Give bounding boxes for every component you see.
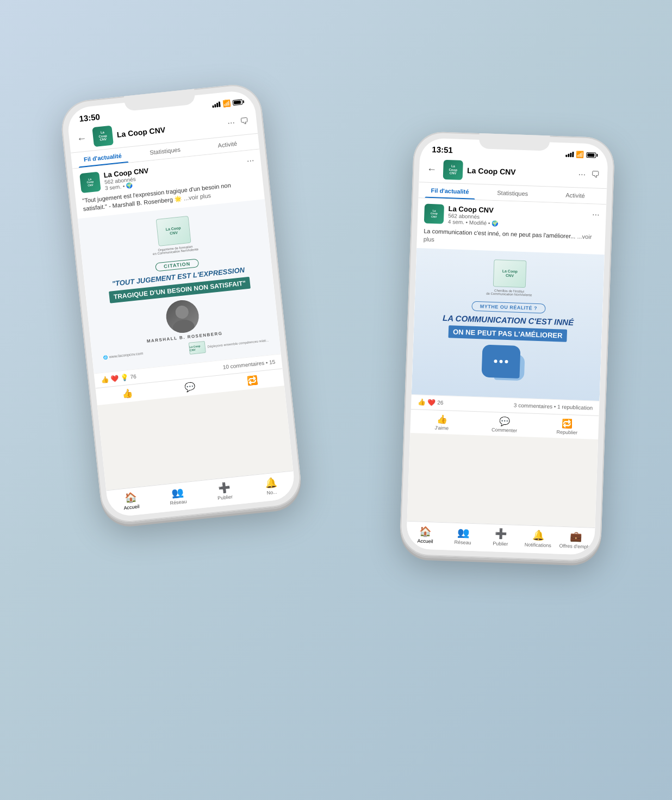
tab-activite-right[interactable]: Activité [544,187,607,204]
citation-logo-small: La Coop CNV [189,340,206,354]
status-time-left: 13:50 [79,111,101,123]
post-image-mythe: La CoopCNV Chenilles de l'Institutde Com… [412,247,605,400]
wifi-icon-left: 📶 [222,99,231,107]
mythe-title: LA COMMUNICATION C'EST INNÉ [443,313,574,327]
dot-1 [494,359,497,362]
svg-point-1 [172,318,195,334]
page-logo-text-left: LaCoopCNV [98,130,108,141]
feed-right: LaCoopCNV La Coop CNV 562 abonnés 4 sem.… [407,198,607,528]
reaction-emoji-3: 💡 [120,373,129,381]
dot-3 [505,359,508,363]
citation-portrait [165,298,201,334]
phone-left-screen: 13:50 📶 ← [66,89,296,518]
page-logo-right: LaCoopCNV [443,159,463,179]
reaction-count-left: 76 [130,373,136,380]
more-icon-left[interactable]: ··· [227,117,235,127]
repost-btn-left[interactable]: 🔁 [221,371,284,388]
nav-jobs-right[interactable]: 💼 Offres d'emploi [557,530,595,549]
status-icons-left: 📶 [211,97,242,108]
comments-info-left: 10 commentaires • 15 [222,358,276,370]
repost-btn-right[interactable]: 🔁 Republier [536,417,599,436]
mythe-badge: MYTHE OU RÉALITÉ ? [471,301,545,313]
tab-fil-right[interactable]: Fil d'actualité [418,182,481,200]
message-icon-left[interactable]: 🗨 [240,116,250,127]
nav-publier-right[interactable]: ➕ Publier [482,527,520,547]
back-arrow-right[interactable]: ← [427,163,437,175]
svg-point-0 [175,305,189,319]
nav-notif-icon-right: 🔔 [532,529,545,541]
nav-accueil-icon-left: 🏠 [124,491,137,504]
page-logo-text-right: LaCoopCNV [449,164,457,175]
tab-stats-right[interactable]: Statistiques [481,184,544,202]
post-card-left: LaCoopCNV La Coop CNV 562 abonnés 3 sem.… [72,149,284,405]
mythe-logo-area: La CoopCNV Chenilles de l'Institutde Com… [486,259,533,296]
nav-accueil-right[interactable]: 🏠 Accueil [406,524,444,544]
page-name-left: La Coop CNV [116,119,223,139]
back-arrow-left[interactable]: ← [76,132,87,145]
comment-icon-left: 💬 [184,381,196,392]
phone-left: 13:50 📶 ← [59,82,303,524]
page-logo-left: LaCoopCNV [92,125,114,147]
header-actions-right: ··· 🗨 [578,169,600,179]
battery-icon-left [232,98,242,105]
mythe-org-text: Chenilles de l'Institutde Communication … [486,288,532,296]
reaction-emoji-1: 👍 [101,375,109,383]
more-icon-right[interactable]: ··· [578,169,586,179]
post-meta-right: La Coop CNV 562 abonnés 4 sem. • Modifié… [448,204,588,230]
reaction-emoji-r1: 👍 [418,398,426,406]
citation-logo-area: La CoopCNV Organisme de formationen Comm… [150,215,199,255]
comment-btn-left[interactable]: 💬 [158,378,222,395]
phone-right-screen: 13:51 📶 ← [406,138,608,555]
status-icons-right: 📶 [565,150,596,159]
reaction-emoji-2: ❤️ [110,374,119,382]
like-btn-right[interactable]: 👍 J'aime [410,412,474,431]
phone-right: 13:51 📶 ← [399,131,615,561]
citation-website: 🌐 www.lacoopcnv.com [103,351,143,359]
reaction-emoji-r2: ❤️ [427,398,435,406]
battery-icon-right [586,152,596,158]
bubble-main [481,344,520,378]
nav-reseau-right[interactable]: 👥 Réseau [444,526,482,545]
mythe-logo-box: La CoopCNV [493,259,527,287]
nav-reseau-icon-left: 👥 [171,486,184,499]
post-avatar-right: LaCoopCNV [424,203,444,224]
nav-notif-icon-left: 🔔 [264,476,277,489]
wifi-icon-right: 📶 [576,150,584,158]
like-icon-left: 👍 [122,387,134,399]
status-time-right: 13:51 [432,145,453,154]
page-name-right: La Coop CNV [467,166,574,178]
reactions-left: 👍 ❤️ 💡 76 [101,373,136,384]
bubble-dots [494,359,508,363]
reaction-count-right: 26 [437,399,444,405]
post-options-right[interactable]: ··· [592,209,600,219]
nav-notif-left[interactable]: 🔔 No... [247,474,296,498]
dot-2 [499,359,502,363]
nav-accueil-icon-right: 🏠 [419,525,432,537]
phones-container: 13:50 📶 ← [64,47,608,754]
notch-right [479,133,550,151]
nav-publier-left[interactable]: ➕ Publier [200,479,249,503]
post-card-right: LaCoopCNV La Coop CNV 562 abonnés 4 sem.… [410,198,606,439]
like-btn-left[interactable]: 👍 [96,385,159,401]
citation-deploy: Déployons ensemble compétences relati... [207,338,269,348]
repost-icon-left: 🔁 [246,374,258,386]
comment-btn-right[interactable]: 💬 Commenter [473,414,536,433]
citation-badge: CITATION [155,258,198,271]
repost-icon-right: 🔁 [562,418,573,429]
nav-reseau-left[interactable]: 👥 Réseau [153,484,202,507]
reactions-right: 👍 ❤️ 26 [418,398,444,407]
header-actions-left: ··· 🗨 [227,116,250,128]
like-icon-right: 👍 [437,413,448,424]
post-options-left[interactable]: ··· [246,155,254,165]
feed-left: LaCoopCNV La Coop CNV 562 abonnés 3 sem.… [72,149,293,490]
voir-plus-left[interactable]: ...voir plus [183,192,211,201]
post-avatar-left: LaCoopCNV [79,171,101,193]
message-icon-right[interactable]: 🗨 [591,170,600,180]
mythe-subtitle: ON NE PEUT PAS L'AMÉLIORER [449,325,567,342]
nav-notif-right[interactable]: 🔔 Notifications [519,529,557,548]
nav-publier-icon-left: ➕ [217,481,231,494]
nav-publier-icon-right: ➕ [495,528,507,540]
post-image-citation: La CoopCNV Organisme de formationen Comm… [78,199,281,373]
signal-icon-right [565,151,574,157]
nav-accueil-left[interactable]: 🏠 Accueil [107,489,155,512]
